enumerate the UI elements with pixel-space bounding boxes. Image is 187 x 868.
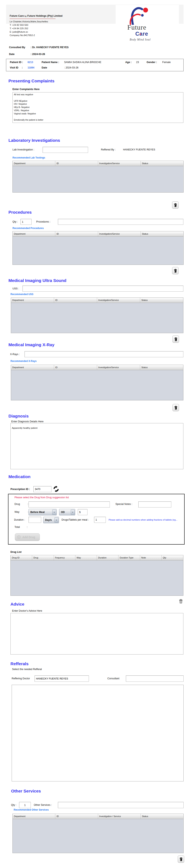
referral-list-box[interactable] xyxy=(12,685,184,781)
drug-input[interactable] xyxy=(29,501,110,507)
procedures-delete-button[interactable] xyxy=(172,267,179,274)
col-duration-type: Duration Type xyxy=(118,555,140,560)
xray-delete-button[interactable] xyxy=(173,404,179,411)
referring-doctor-label: Reffering Doctor xyxy=(12,677,30,680)
col-status: Status xyxy=(140,298,183,303)
xray-input[interactable] xyxy=(25,351,183,357)
lab-table-header: Department ID Investigation/Service Stat… xyxy=(13,161,183,166)
col-investigation: Investigation/Service xyxy=(98,231,141,237)
section-title-other-services: Other Services xyxy=(11,789,41,794)
section-title-ultrasound: Medical Imaging Ultra Sound xyxy=(8,278,66,283)
complaints-sub-label: Enter Complaints Here xyxy=(12,88,40,91)
trash-icon xyxy=(174,406,177,410)
frequency-value: OD xyxy=(61,511,65,514)
trash-icon xyxy=(174,269,177,273)
other-qty-input[interactable] xyxy=(19,802,31,808)
consulted-by-line: Consulted By : Dr. HANECKY FUENTE REYES xyxy=(9,46,69,49)
meal-timing-select[interactable]: Before Meal ▾ xyxy=(29,509,57,515)
logo-tagline: Body Mind Soul xyxy=(130,38,151,41)
referred-by-label: Reffered By : xyxy=(101,148,116,151)
lab-investigation-input[interactable] xyxy=(43,147,88,153)
patient-name-value: SAMIA SASIKA ALINA BRIOCHE xyxy=(64,61,101,64)
consultant-input[interactable] xyxy=(126,676,184,682)
trash-icon xyxy=(174,337,177,341)
col-status: Status xyxy=(140,365,183,370)
drug-list-delete-button[interactable] xyxy=(178,598,184,604)
add-drug-button[interactable]: Add Drug xyxy=(15,533,40,541)
procedures-qty-input[interactable] xyxy=(21,219,32,225)
uss-table[interactable]: Department ID Investigation/Service Stat… xyxy=(11,298,183,333)
duration-label: Duration : xyxy=(14,518,25,521)
consulted-by-value: : Dr. HANECKY FUENTE REYES xyxy=(31,46,69,49)
lab-testings-table[interactable]: Department ID Investigation/Service Stat… xyxy=(12,161,184,192)
duration-input[interactable] xyxy=(29,517,41,523)
section-title-advice: Advice xyxy=(10,602,24,607)
gender-value: Female xyxy=(162,61,171,64)
recommended-procedures-link[interactable]: Recommended Procedures xyxy=(12,227,44,229)
procedures-label: Procedures : xyxy=(36,220,50,223)
other-services-table[interactable]: Department ID Investigation / Service St… xyxy=(12,814,184,853)
per-meal-input[interactable] xyxy=(94,517,106,523)
consulted-by-label: Consulted By xyxy=(9,46,30,49)
company-number: Company No.8417652-2 xyxy=(10,34,35,36)
procedures-table[interactable]: Department ID Investigation/Service Stat… xyxy=(12,231,184,265)
company-phone-1: T: +24 82 593 593 xyxy=(10,24,28,26)
col-department: Department xyxy=(13,814,55,819)
consult-date-line: Date : 2024-03-26 xyxy=(9,53,45,56)
lab-delete-button[interactable] xyxy=(172,202,179,209)
section-title-medication: Medication xyxy=(8,474,31,479)
procedures-table-header: Department ID Investigation/Service Stat… xyxy=(13,231,183,237)
other-services-label: Other Services : xyxy=(34,804,52,806)
uss-delete-button[interactable] xyxy=(173,336,179,343)
company-name: Future Care by Future Holdings (Pty) Lim… xyxy=(10,14,63,17)
col-note: Note xyxy=(140,555,162,560)
trash-icon xyxy=(174,203,177,207)
meal-timing-value: Before Meal xyxy=(30,511,45,514)
patient-id-value: 6213 xyxy=(28,61,33,64)
way-qty-input[interactable] xyxy=(78,509,87,515)
col-department: Department xyxy=(11,365,54,370)
company-email: E: jude@future.sc xyxy=(10,31,28,33)
col-drug-id: Drug ID xyxy=(11,555,32,560)
plus-circle-icon xyxy=(17,535,21,539)
col-id: ID xyxy=(54,298,97,303)
recommended-xrays-link[interactable]: Recommended X-Rays xyxy=(10,360,37,363)
refresh-icon xyxy=(53,486,59,492)
complaints-textarea[interactable]: All test was negative UFR NEgative HIV- … xyxy=(12,92,183,123)
uss-input[interactable] xyxy=(23,286,183,291)
recommended-uss-link[interactable]: Recommended USS xyxy=(10,293,33,296)
lab-investigation-label: Lab Investingation : xyxy=(12,148,34,151)
referring-doctor-input[interactable] xyxy=(35,676,89,682)
fractions-note: Please add as decimal numbers when addin… xyxy=(109,519,183,521)
recommended-other-services-link[interactable]: Recommended Other Services xyxy=(14,808,49,811)
procedures-qty-label: Qty : xyxy=(12,220,18,223)
other-qty-label: Qty : xyxy=(11,804,16,806)
recommended-lab-testings-link[interactable]: Recommended Lab Testings xyxy=(12,156,45,159)
duration-type-select[interactable]: Day/s ▾ xyxy=(43,517,59,523)
section-title-presenting-complaints: Presenting Complaints xyxy=(8,79,54,83)
other-services-input[interactable] xyxy=(58,802,184,808)
referred-by-value: HANECKY FUENTE REYES xyxy=(123,148,155,151)
uss-label: USS : xyxy=(12,287,19,290)
diagnosis-textarea[interactable]: Apparently healthy patient xyxy=(10,423,183,469)
consultant-label: Consultant xyxy=(107,677,119,680)
company-phone-2: T: +24 84 225 252 xyxy=(10,27,28,30)
advice-textarea[interactable] xyxy=(10,613,183,654)
drug-list-table[interactable]: Drug ID Drug Fequency Way Duration Durat… xyxy=(10,555,183,596)
company-name-underline xyxy=(10,19,55,19)
chevron-down-icon: ▾ xyxy=(54,517,58,523)
trash-icon xyxy=(180,857,183,861)
procedures-input[interactable] xyxy=(58,219,183,225)
col-investigation: Investigation/Service xyxy=(97,365,140,370)
refresh-prescription-button[interactable] xyxy=(53,486,59,492)
diagnosis-sub-label: Enter Diagnosis Details Here xyxy=(11,420,44,423)
prescription-id-input[interactable] xyxy=(33,486,51,492)
xray-table[interactable]: Department ID Investigation/Service Stat… xyxy=(11,365,183,400)
frequency-select[interactable]: OD ▾ xyxy=(59,509,75,515)
visit-date-label: Date xyxy=(42,66,47,69)
special-notes-input[interactable] xyxy=(138,501,171,507)
other-services-delete-button[interactable] xyxy=(178,856,184,863)
referrals-sub-label: Select the needed Refferal xyxy=(12,668,42,671)
drug-label: Drug : xyxy=(14,503,28,505)
company-address: Le Chainter,Victoria,Mahe,Seychelles xyxy=(10,20,48,23)
